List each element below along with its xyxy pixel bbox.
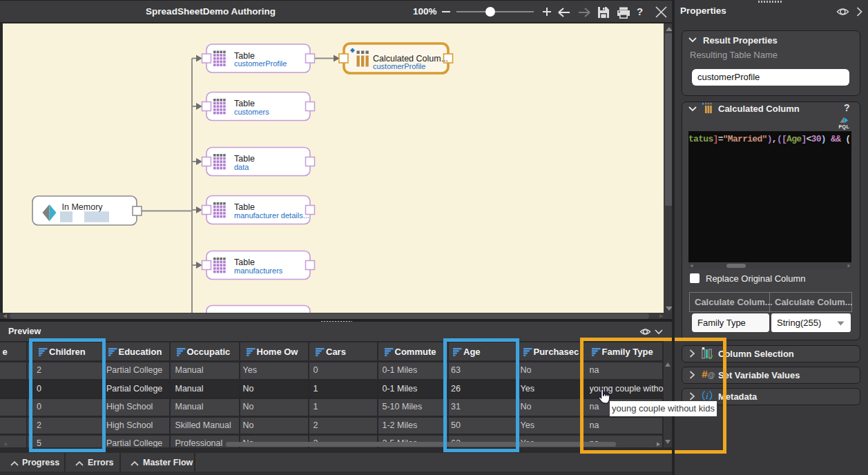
svg-text:customerProfile: customerProfile [234,59,287,68]
svg-text:data: data [234,163,249,171]
svg-text:customerProfile: customerProfile [373,62,425,70]
svg-text:In Memory: In Memory [62,202,104,212]
svg-text:customers: customers [234,108,269,116]
svg-text:manufacturer details...: manufacturer details... [234,211,309,220]
svg-text:manufacturers: manufacturers [234,266,283,275]
